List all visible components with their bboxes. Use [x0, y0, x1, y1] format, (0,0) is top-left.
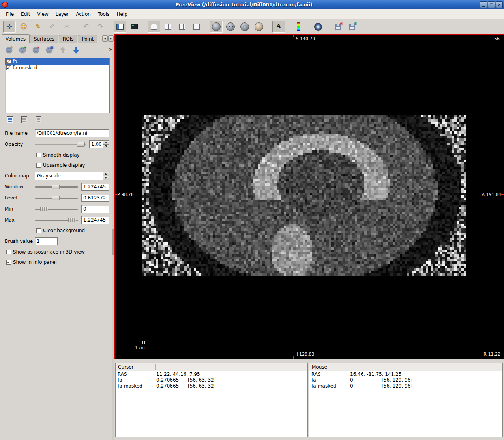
slider-handle[interactable] [77, 142, 85, 147]
close-volume-button[interactable]: ☻× [30, 45, 42, 56]
minimize-button[interactable]: ▁ [480, 1, 487, 8]
sagittal-viewport[interactable]: S 140.79 56 P 98.76 A 191.84 I 128.83 R … [114, 34, 504, 359]
upsample-display-checkbox[interactable] [36, 163, 41, 168]
spin-up-button[interactable] [103, 141, 109, 144]
info-row: fa-masked 0.270665 [56, 63, 32] [116, 383, 307, 389]
file-name-input[interactable] [35, 129, 109, 137]
upsample-display-row[interactable]: Upsample display [0, 160, 114, 170]
undo-button[interactable]: ↶ [80, 21, 92, 33]
slider-handle[interactable] [40, 207, 48, 211]
view-3d-button[interactable] [253, 21, 265, 33]
check-all-layers-button[interactable] [4, 114, 16, 125]
menu-action[interactable]: Action [72, 10, 94, 18]
smooth-display-row[interactable]: Smooth display [0, 150, 114, 160]
slider-handle[interactable] [68, 218, 76, 222]
save-volume-button[interactable]: ✱ [332, 21, 344, 33]
combo-up-button[interactable] [103, 172, 109, 176]
isosurface-row[interactable]: Show as isosurface in 3D view [0, 247, 114, 257]
menu-edit[interactable]: Edit [17, 10, 34, 18]
window-input[interactable] [81, 183, 109, 191]
copy-settings-button[interactable] [18, 114, 30, 125]
paste-settings-button[interactable] [32, 114, 44, 125]
cursor-info-box: Cursor RAS 11.22, 44.16, 7.95 fa 0.27066… [115, 363, 308, 437]
move-layer-down-button[interactable] [70, 45, 82, 56]
load-volume-button[interactable]: ☻+ [17, 45, 28, 56]
pointset-edit-button[interactable]: ✂ [60, 21, 73, 33]
min-input[interactable] [81, 205, 109, 213]
color-map-select[interactable]: Grayscale [35, 172, 109, 180]
menu-help[interactable]: Help [113, 10, 131, 18]
toggle-panel-button[interactable] [114, 21, 126, 33]
tab-scroll-left-button[interactable]: ◀ [102, 35, 108, 42]
recon-edit-button[interactable]: ✎ [32, 21, 44, 33]
layer-list[interactable]: fa fa-masked [5, 58, 110, 113]
min-slider[interactable] [35, 205, 78, 213]
new-volume-button[interactable]: ☻✱ [3, 45, 15, 56]
layout-1x3h-button[interactable] [190, 21, 203, 33]
menu-layer[interactable]: Layer [52, 10, 72, 18]
navigate-button[interactable]: ✛ [3, 21, 16, 33]
clear-background-row[interactable]: Clear background [0, 226, 114, 236]
layer-visibility-checkbox[interactable] [6, 65, 11, 70]
move-layer-up-button[interactable] [57, 45, 69, 56]
command-console-button[interactable] [128, 21, 141, 33]
view-sagittal-button[interactable] [210, 21, 223, 33]
tab-scroll-right-button[interactable]: ▶ [108, 35, 114, 42]
panel-scrollbar[interactable] [112, 43, 114, 440]
voxel-edit-button[interactable]: ☺ [17, 21, 30, 33]
clear-background-checkbox[interactable] [36, 228, 41, 233]
tab-volumes[interactable]: Volumes [2, 34, 30, 43]
view-axial-button[interactable] [238, 21, 251, 33]
spin-down-button[interactable] [103, 144, 109, 148]
isosurface-checkbox[interactable] [6, 250, 11, 254]
slider-handle[interactable] [52, 196, 60, 200]
maximize-button[interactable]: □ [488, 1, 495, 8]
menu-file[interactable]: File [2, 10, 17, 18]
tab-rois[interactable]: ROIs [59, 35, 78, 43]
screenshot-button[interactable] [312, 21, 324, 33]
menu-tools[interactable]: Tools [94, 10, 113, 18]
save-pointset-button[interactable]: ✱ [346, 21, 358, 33]
layer-visibility-checkbox[interactable] [6, 59, 11, 64]
cursor-info-header: Cursor [116, 363, 307, 371]
layer-row-fa[interactable]: fa [5, 58, 109, 65]
brain-image[interactable] [142, 115, 466, 276]
tab-surfaces[interactable]: Surfaces [30, 35, 58, 43]
roi-edit-button[interactable]: ✐ [46, 21, 58, 33]
level-slider[interactable] [35, 194, 78, 201]
opacity-spinbox [89, 140, 109, 148]
smooth-display-checkbox[interactable] [36, 153, 41, 157]
slider-handle[interactable] [52, 185, 60, 189]
titlebar[interactable]: FreeView (/diffusion_tutorial/Diff001/dt… [0, 0, 504, 9]
brush-value-input[interactable] [35, 237, 58, 245]
view-coronal-button[interactable] [224, 21, 237, 33]
info-row-name: fa-masked [311, 383, 350, 389]
coronal-head-icon [226, 22, 235, 31]
mouse-info-box: Mouse RAS 16.46, -81.75, 141.25 fa 0 [56… [309, 363, 503, 437]
level-input[interactable] [81, 194, 109, 202]
opacity-input[interactable] [89, 140, 103, 148]
layout-2x2-button[interactable] [162, 21, 174, 33]
layout-1x3-button[interactable] [176, 21, 189, 33]
combo-down-button[interactable] [103, 176, 109, 180]
menu-view[interactable]: View [34, 10, 52, 18]
cursor-tick-left [115, 194, 117, 195]
max-slider[interactable] [35, 216, 78, 224]
info-row-value: 16.46, -81.75, 141.25 [350, 371, 382, 377]
show-info-label: Show in Info panel [13, 259, 57, 265]
show-annotation-button[interactable]: A [272, 21, 285, 33]
panel-scrollbar-thumb[interactable] [112, 229, 114, 255]
close-button[interactable]: × [496, 1, 503, 8]
save-volume-layer-button[interactable]: ☻■ [43, 45, 55, 56]
show-colorbar-button[interactable] [292, 21, 305, 33]
show-info-row[interactable]: Show in Info panel [0, 257, 114, 267]
tab-scroll-buttons: ◀ ▶ [102, 35, 114, 42]
redo-button[interactable]: ↷ [94, 21, 107, 33]
layout-1x1-button[interactable] [148, 21, 160, 33]
opacity-slider[interactable] [35, 141, 86, 148]
layer-row-fa-masked[interactable]: fa-masked [5, 65, 109, 71]
tab-point[interactable]: Point [78, 35, 97, 43]
max-input[interactable] [81, 216, 109, 224]
window-slider[interactable] [35, 183, 78, 190]
show-info-checkbox[interactable] [6, 260, 11, 265]
